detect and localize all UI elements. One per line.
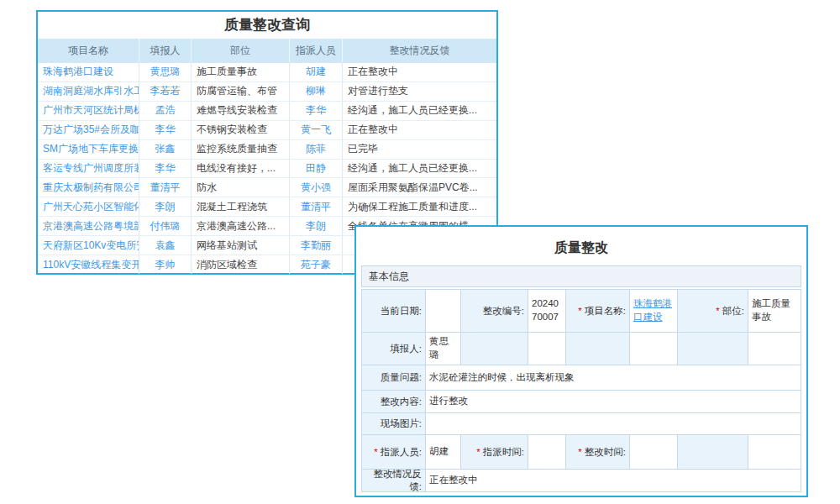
form-label: *指派人员: — [362, 435, 426, 469]
project-link[interactable]: 110kV安徽线程集变开断线 — [38, 255, 139, 274]
form-label-empty — [678, 333, 748, 365]
form-field[interactable]: 水泥砼灌注的时候，出现离析现象 — [426, 365, 799, 390]
project-link[interactable]: 客运专线广州调度所装修项 — [38, 160, 139, 178]
project-link[interactable]: 珠海鹤港口建设 — [38, 63, 139, 81]
form-row: 整改内容:进行整改 — [362, 390, 801, 412]
assignee-link[interactable]: 苑子豪 — [290, 255, 343, 274]
form-label: 填报人: — [362, 333, 426, 365]
column-header: 项目名称 — [38, 39, 139, 62]
form-field[interactable]: 施工质量事故 — [748, 290, 799, 332]
project-link[interactable]: 重庆太极制药有限公司亳州 — [38, 178, 139, 197]
table-row: 万达广场35#会所及咖啡厅李华不锈钢安装检查黄一飞正在整改中 — [38, 121, 496, 140]
form-label: 当前日期: — [362, 290, 426, 332]
assignee-link[interactable]: 李勤丽 — [290, 236, 343, 255]
reporter-link[interactable]: 张鑫 — [139, 140, 192, 159]
form-field[interactable] — [528, 435, 566, 469]
feedback-cell: 对管进行垫支 — [343, 82, 496, 101]
form-row: 现场图片: — [362, 412, 801, 434]
reporter-link[interactable]: 李华 — [139, 121, 192, 139]
table-row: 广州天心苑小区智能化系统李朗混凝土工程浇筑董清平为确保工程施工质量和进度... — [38, 197, 496, 217]
project-link[interactable]: 万达广场35#会所及咖啡厅 — [38, 121, 139, 139]
reporter-link[interactable]: 付伟璐 — [139, 217, 192, 235]
reporter-link[interactable]: 李朗 — [139, 197, 192, 216]
assignee-link[interactable]: 田静 — [290, 160, 343, 178]
part-cell: 电线没有接好，... — [192, 160, 290, 178]
assignee-link[interactable]: 黄小强 — [290, 178, 343, 197]
feedback-cell: 经沟通，施工人员已经更换... — [343, 102, 496, 120]
form-field[interactable] — [630, 435, 678, 469]
project-link[interactable]: 广州天心苑小区智能化系统 — [38, 197, 139, 216]
project-link[interactable]: SM广场地下车库更换摄像 — [38, 140, 139, 159]
feedback-cell: 经沟通，施工人员已经更换... — [343, 160, 496, 178]
table-row: 重庆太极制药有限公司亳州董清平防水黄小强屋面采用聚氨酯保温PVC卷... — [38, 178, 496, 197]
assignee-link[interactable]: 陈菲 — [290, 140, 343, 159]
table-row: SM广场地下车库更换摄像张鑫监控系统质量抽查陈菲已完毕 — [38, 140, 496, 160]
part-cell: 施工质量事故 — [192, 63, 290, 81]
part-cell: 混凝土工程浇筑 — [192, 197, 290, 216]
feedback-cell: 已完毕 — [343, 140, 496, 159]
reporter-link[interactable]: 黄思璐 — [139, 63, 192, 81]
form-field[interactable] — [426, 413, 799, 434]
project-link[interactable]: 湖南洞庭湖水库引水工程施 — [38, 82, 139, 101]
form-label-empty — [678, 435, 748, 469]
assignee-link[interactable]: 柳琳 — [290, 82, 343, 101]
basic-info-form-table: 当前日期:整改编号:2024070007*项目名称:珠海鹤港口建设*部位:施工质… — [361, 289, 801, 492]
reporter-link[interactable]: 李若若 — [139, 82, 192, 101]
required-mark: * — [374, 446, 377, 459]
form-field[interactable] — [426, 290, 461, 332]
form-field[interactable]: 2024070007 — [528, 290, 566, 332]
form-label: *项目名称: — [566, 290, 630, 332]
form-field[interactable]: 正在整改中 — [426, 470, 799, 491]
form-label: 整改情况反馈: — [362, 470, 426, 491]
part-cell: 难燃导线安装检查 — [192, 102, 290, 120]
quality-rectification-form-panel: 质量整改 基本信息 当前日期:整改编号:2024070007*项目名称:珠海鹤港… — [354, 225, 808, 497]
query-table-header: 项目名称填报人部位指派人员整改情况反馈 — [38, 39, 496, 63]
project-name-link[interactable]: 珠海鹤港口建设 — [630, 290, 678, 332]
form-label: *整改时间: — [566, 435, 630, 469]
column-header: 填报人 — [139, 39, 192, 62]
part-cell: 监控系统质量抽查 — [192, 140, 290, 159]
form-label: *指派时间: — [461, 435, 528, 469]
form-field[interactable]: 胡建 — [426, 435, 461, 469]
assignee-link[interactable]: 董清平 — [290, 197, 343, 216]
reporter-link[interactable]: 孟浩 — [139, 102, 192, 120]
assignee-link[interactable]: 李朗 — [290, 217, 343, 235]
part-cell: 不锈钢安装检查 — [192, 121, 290, 139]
page: 质量整改查询 项目名称填报人部位指派人员整改情况反馈 珠海鹤港口建设黄思璐施工质… — [0, 0, 840, 504]
form-field[interactable] — [630, 333, 678, 365]
form-row: 当前日期:整改编号:2024070007*项目名称:珠海鹤港口建设*部位:施工质… — [362, 290, 801, 332]
query-panel-title: 质量整改查询 — [38, 12, 496, 39]
reporter-link[interactable]: 袁鑫 — [139, 236, 192, 255]
assignee-link[interactable]: 胡建 — [290, 63, 343, 81]
part-cell: 防腐管运输、布管 — [192, 82, 290, 101]
form-field[interactable]: 进行整改 — [426, 391, 799, 412]
form-label-empty — [461, 333, 528, 365]
form-label: *部位: — [678, 290, 748, 332]
form-field[interactable] — [748, 435, 799, 469]
required-mark: * — [476, 446, 480, 459]
feedback-cell: 正在整改中 — [343, 121, 496, 139]
feedback-cell: 屋面采用聚氨酯保温PVC卷... — [343, 178, 496, 197]
form-row: 质量问题:水泥砼灌注的时候，出现离析现象 — [362, 365, 801, 390]
project-link[interactable]: 京港澳高速公路粤境韶关至 — [38, 217, 139, 235]
reporter-link[interactable]: 李华 — [139, 160, 192, 178]
table-row: 湖南洞庭湖水库引水工程施李若若防腐管运输、布管柳琳对管进行垫支 — [38, 82, 496, 102]
table-row: 珠海鹤港口建设黄思璐施工质量事故胡建正在整改中 — [38, 63, 496, 82]
form-field[interactable] — [748, 333, 799, 365]
required-mark: * — [578, 446, 581, 459]
section-header-basic-info: 基本信息 — [361, 265, 801, 287]
form-field[interactable] — [528, 333, 566, 365]
table-row: 客运专线广州调度所装修项李华电线没有接好，...田静经沟通，施工人员已经更换..… — [38, 160, 496, 179]
feedback-cell: 正在整改中 — [343, 63, 496, 81]
form-row: *指派人员:胡建*指派时间:*整改时间: — [362, 434, 801, 469]
form-field[interactable]: 黄思璐 — [426, 333, 461, 365]
project-link[interactable]: 天府新区10Kv变电所安装工 — [38, 236, 139, 255]
form-panel-title: 质量整改 — [356, 227, 806, 265]
assignee-link[interactable]: 李华 — [290, 102, 343, 120]
project-link[interactable]: 广州市天河区统计局机房改 — [38, 102, 139, 120]
reporter-link[interactable]: 李帅 — [139, 255, 192, 274]
part-cell: 网络基站测试 — [192, 236, 290, 255]
column-header: 指派人员 — [290, 39, 343, 62]
assignee-link[interactable]: 黄一飞 — [290, 121, 343, 139]
reporter-link[interactable]: 董清平 — [139, 178, 192, 197]
